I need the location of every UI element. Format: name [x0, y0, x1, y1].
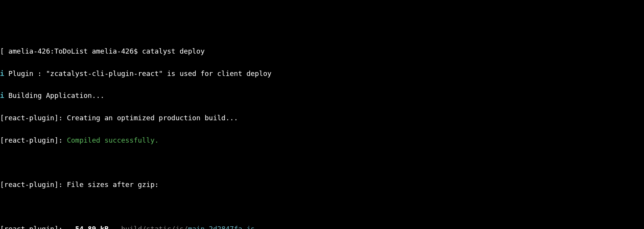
file-sizes-text: [react-plugin]: File sizes after gzip: [0, 180, 159, 189]
file-1-line: [react-plugin]: 54.89 kB build/static/js… [0, 224, 644, 229]
info-icon: i [0, 91, 4, 99]
blank-line [0, 157, 644, 168]
building-line: i Building Application... [0, 90, 644, 101]
file-path-dir: build/static/js/ [109, 225, 188, 229]
file-prefix: [react-plugin]: [0, 225, 75, 229]
plugin-info-text: Plugin : "zcatalyst-cli-plugin-react" is… [4, 69, 272, 77]
shell-prompt: [ amelia-426:ToDoList amelia-426$ [0, 47, 142, 55]
prompt-line: [ amelia-426:ToDoList amelia-426$ cataly… [0, 46, 644, 57]
creating-build-line: [react-plugin]: Creating an optimized pr… [0, 113, 644, 124]
creating-build-text: [react-plugin]: Creating an optimized pr… [0, 114, 238, 122]
building-text: Building Application... [4, 91, 104, 99]
compiled-line: [react-plugin]: Compiled successfully. [0, 135, 644, 146]
file-size: 54.89 kB [75, 225, 109, 229]
plugin-info-line: i Plugin : "zcatalyst-cli-plugin-react" … [0, 68, 644, 79]
blank-line [0, 201, 644, 212]
compiled-success-text: Compiled successfully. [67, 136, 158, 144]
compiled-prefix: [react-plugin]: [0, 136, 67, 144]
file-path-name: main.2d2847fa.js [188, 225, 255, 229]
info-icon: i [0, 69, 4, 77]
file-sizes-header: [react-plugin]: File sizes after gzip: [0, 179, 644, 190]
command-text: catalyst deploy [142, 47, 205, 55]
